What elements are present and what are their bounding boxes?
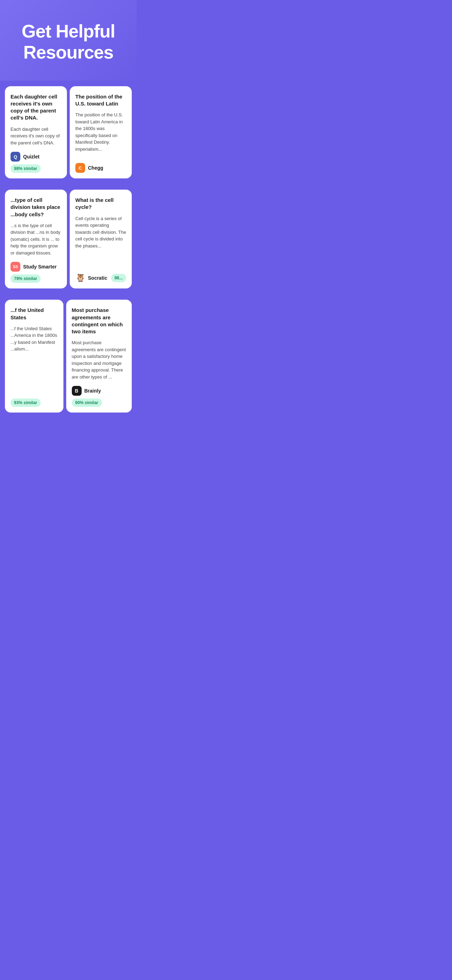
chegg-name: Chegg	[88, 165, 103, 171]
quizlet-icon-letter: Q	[14, 154, 17, 159]
card-footer-4: 🦉 Socratic 98...	[75, 273, 126, 283]
quizlet-logo: Q	[11, 152, 20, 162]
card-title-2: The position of the U.S. toward Latin	[75, 93, 126, 108]
similarity-badge-6: 90% similar	[72, 399, 102, 407]
cards-row-3: ...f the United States ...f the United S…	[0, 294, 137, 418]
card-body-2: The position of the U.S. toward Latin Am…	[75, 111, 126, 158]
card-footer-1: Q Quizlet 98% similar	[11, 152, 61, 173]
socratic-logo: 🦉	[75, 273, 85, 283]
socratic-owl-icon: 🦉	[76, 274, 85, 283]
card-footer-2: C Chegg	[75, 163, 126, 173]
card-title-3: ...type of cell division takes place ...…	[11, 197, 61, 218]
card-body-3: ...s is the type of cell division that .…	[11, 222, 61, 256]
card-united-states[interactable]: ...f the United States ...f the United S…	[5, 300, 64, 412]
similarity-badge-3: 79% similar	[11, 274, 41, 283]
card-body-4: Cell cycle is a series of events operati…	[75, 215, 126, 268]
card-body-5: ...f the United States ...America in the…	[11, 325, 58, 393]
card-cell-division[interactable]: ...type of cell division takes place ...…	[5, 189, 67, 288]
hero-section: Get Helpful Resources	[0, 0, 137, 81]
hero-title: Get Helpful Resources	[11, 21, 126, 63]
quizlet-name: Quizlet	[23, 154, 40, 159]
card-title-5: ...f the United States	[11, 307, 58, 321]
brainly-logo: B	[72, 386, 82, 396]
card-daughter-cell[interactable]: Each daughter cell receives it's own cop…	[5, 86, 67, 179]
study-smarter-icon-letter: SS	[13, 265, 18, 269]
cards-wrapper: Each daughter cell receives it's own cop…	[0, 81, 137, 447]
card-body-1: Each daughter cell receives it's own cop…	[11, 126, 61, 146]
socratic-name: Socratic	[88, 275, 107, 281]
card-body-6: Most purchase agreements are contingent …	[72, 339, 126, 380]
study-smarter-name: Study Smarter	[23, 264, 57, 269]
card-footer-5: 93% similar	[11, 399, 58, 407]
source-info-brainly: B Brainly	[72, 386, 101, 396]
card-title-1: Each daughter cell receives it's own cop…	[11, 93, 61, 122]
card-position-us[interactable]: The position of the U.S. toward Latin Th…	[70, 86, 132, 179]
card-footer-6: B Brainly 90% similar	[72, 386, 126, 407]
similarity-badge-1: 98% similar	[11, 164, 41, 173]
source-info-chegg: C Chegg	[75, 163, 103, 173]
card-purchase-agreements[interactable]: Most purchase agreements are contingent …	[66, 300, 132, 412]
card-cell-cycle[interactable]: What is the cell cycle? Cell cycle is a …	[70, 189, 132, 288]
source-info-quizlet: Q Quizlet	[11, 152, 40, 162]
cards-row-1: Each daughter cell receives it's own cop…	[0, 81, 137, 185]
card-title-4: What is the cell cycle?	[75, 197, 126, 211]
similarity-badge-4: 98...	[111, 274, 126, 282]
chegg-logo: C	[75, 163, 85, 173]
brainly-icon-letter: B	[75, 388, 78, 394]
brainly-name: Brainly	[84, 388, 101, 394]
source-info-study-smarter: SS Study Smarter	[11, 262, 57, 272]
bottom-bar	[0, 418, 137, 446]
cards-row-2: ...type of cell division takes place ...…	[0, 184, 137, 294]
chegg-icon-letter: C	[78, 165, 82, 171]
study-smarter-logo: SS	[11, 262, 20, 272]
card-title-6: Most purchase agreements are contingent …	[72, 307, 126, 335]
source-info-socratic: 🦉 Socratic	[75, 273, 107, 283]
similarity-badge-5: 93% similar	[11, 399, 41, 407]
card-footer-3: SS Study Smarter 79% similar	[11, 262, 61, 283]
